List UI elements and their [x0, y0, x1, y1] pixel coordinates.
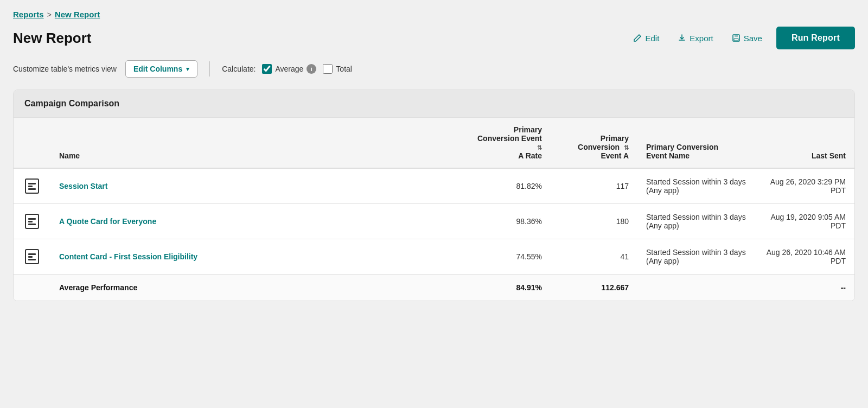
icon-line — [28, 218, 36, 220]
controls-row: Customize table's metrics view Edit Colu… — [13, 60, 855, 78]
breadcrumb: Reports > New Report — [13, 10, 855, 19]
page: Reports > New Report New Report Edit Exp… — [0, 0, 868, 408]
icon-line — [28, 256, 33, 258]
icon-line — [28, 221, 33, 222]
average-event-count: 112.667 — [551, 275, 637, 301]
campaign-icon-cell — [14, 168, 50, 204]
icon-line — [28, 259, 36, 260]
total-checkbox-group: Total — [323, 64, 352, 74]
breadcrumb-separator: > — [47, 10, 52, 19]
average-last-sent: -- — [757, 275, 854, 301]
average-label[interactable]: Average — [275, 65, 303, 73]
icon-line — [28, 188, 36, 190]
conversion-event-name: Started Session within 3 days (Any app) — [637, 168, 757, 204]
table-row: Content Card - First Session Eligibility… — [14, 239, 854, 275]
col-name: Name — [50, 118, 464, 168]
table-row: Session Start 81.82% 117 Started Session… — [14, 168, 854, 204]
calculate-section: Calculate: Average i Total — [222, 64, 352, 74]
col-icon — [14, 118, 50, 168]
conversion-event-name: Started Session within 3 days (Any app) — [637, 239, 757, 275]
header-row: New Report Edit Export Save — [13, 27, 855, 49]
sort-icon-rate[interactable]: ⇅ — [537, 144, 542, 151]
primary-conversion-event: 41 — [551, 239, 637, 275]
campaign-comparison-table: Name PrimaryConversion Event ⇅A Rate Pri… — [14, 118, 854, 301]
calculate-label: Calculate: — [222, 65, 256, 73]
chevron-down-icon: ▾ — [186, 66, 189, 73]
run-report-button[interactable]: Run Report — [776, 27, 855, 49]
table-section-header: Campaign Comparison — [14, 90, 854, 118]
campaign-icon — [25, 214, 39, 229]
last-sent: Aug 26, 2020 3:29 PM PDT — [757, 168, 854, 204]
primary-conversion-rate: 74.55% — [464, 239, 551, 275]
customize-label: Customize table's metrics view — [13, 65, 117, 73]
average-row: Average Performance 84.91% 112.667 -- — [14, 275, 854, 301]
table-header-row: Name PrimaryConversion Event ⇅A Rate Pri… — [14, 118, 854, 168]
total-checkbox[interactable] — [323, 64, 333, 74]
average-checkbox[interactable] — [262, 64, 272, 74]
campaign-name[interactable]: Content Card - First Session Eligibility — [50, 239, 464, 275]
header-actions: Edit Export Save Run Report — [629, 27, 855, 49]
primary-conversion-event: 180 — [551, 204, 637, 239]
col-last-sent: Last Sent — [757, 118, 854, 168]
conversion-event-name: Started Session within 3 days (Any app) — [637, 204, 757, 239]
primary-conversion-event: 117 — [551, 168, 637, 204]
icon-line — [28, 224, 36, 225]
page-title: New Report — [13, 30, 91, 47]
save-button[interactable]: Save — [727, 30, 767, 46]
average-conversion-name — [637, 275, 757, 301]
icon-line — [28, 253, 36, 255]
edit-button[interactable]: Edit — [629, 30, 663, 46]
sort-icon-event[interactable]: ⇅ — [624, 144, 629, 151]
total-label[interactable]: Total — [336, 65, 352, 73]
average-rate: 84.91% — [464, 275, 551, 301]
export-icon — [678, 34, 686, 42]
col-rate: PrimaryConversion Event ⇅A Rate — [464, 118, 551, 168]
campaign-icon — [25, 249, 39, 264]
table-section: Campaign Comparison Name PrimaryConversi… — [13, 90, 855, 301]
campaign-icon-cell — [14, 204, 50, 239]
svg-rect-2 — [734, 39, 738, 41]
last-sent: Aug 19, 2020 9:05 AM PDT — [757, 204, 854, 239]
col-conversion-name: Primary ConversionEvent Name — [637, 118, 757, 168]
last-sent: Aug 26, 2020 10:46 AM PDT — [757, 239, 854, 275]
primary-conversion-rate: 81.82% — [464, 168, 551, 204]
edit-icon — [633, 34, 642, 42]
breadcrumb-reports-link[interactable]: Reports — [13, 10, 44, 19]
average-checkbox-group: Average i — [262, 64, 316, 74]
table-row: A Quote Card for Everyone 98.36% 180 Sta… — [14, 204, 854, 239]
average-icon-cell — [14, 275, 50, 301]
col-event: PrimaryConversion ⇅Event A — [551, 118, 637, 168]
vertical-divider — [209, 61, 210, 76]
edit-columns-button[interactable]: Edit Columns ▾ — [125, 60, 197, 78]
icon-line — [28, 183, 36, 184]
svg-rect-1 — [735, 35, 738, 37]
campaign-icon-cell — [14, 239, 50, 275]
icon-line — [28, 186, 33, 187]
campaign-name[interactable]: A Quote Card for Everyone — [50, 204, 464, 239]
info-icon[interactable]: i — [307, 64, 316, 74]
campaign-icon — [25, 178, 39, 194]
breadcrumb-current: New Report — [55, 10, 100, 19]
export-button[interactable]: Export — [673, 30, 717, 46]
average-label: Average Performance — [50, 275, 464, 301]
save-icon — [732, 34, 741, 42]
campaign-name[interactable]: Session Start — [50, 168, 464, 204]
primary-conversion-rate: 98.36% — [464, 204, 551, 239]
